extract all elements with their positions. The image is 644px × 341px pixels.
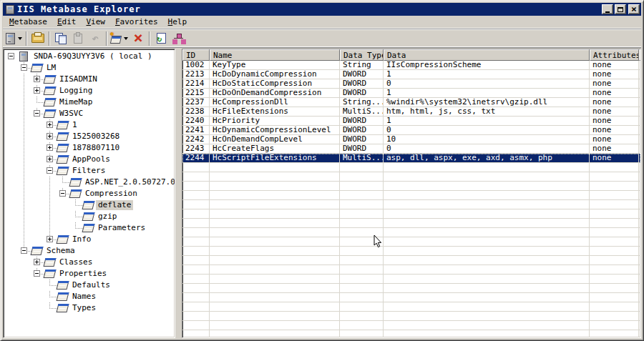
tree-item-label[interactable]: SNDA-69Q3UYY3V6 ( local ): [31, 51, 155, 61]
menu-item-favorites[interactable]: Favorites: [110, 16, 163, 28]
table-row[interactable]: 2215HcDoOnDemandCompressionDWORD1none: [182, 89, 640, 98]
cell: HcDoOnDemandCompression: [210, 89, 340, 98]
view-hierarchy-button[interactable]: [170, 30, 187, 46]
cell: [639, 135, 640, 144]
table-row[interactable]: 2242HcOnDemandCompLevelDWORD10none: [182, 135, 640, 144]
close-button[interactable]: [628, 4, 640, 14]
column-header-filler: [639, 49, 641, 61]
key-icon: [57, 292, 69, 301]
collapse-icon[interactable]: [34, 110, 40, 117]
cell: [590, 302, 639, 312]
menu-item-view[interactable]: View: [81, 16, 110, 28]
expand-icon[interactable]: [47, 122, 53, 128]
table-row[interactable]: 2237HcCompressionDllString...%windir%\sy…: [182, 98, 640, 107]
connect-server-button[interactable]: [4, 30, 24, 46]
empty-row: [182, 265, 640, 275]
table-row[interactable]: 2244HcScriptFileExtensionsMultiS...asp, …: [182, 154, 640, 163]
tree-item-label[interactable]: Parameters: [96, 223, 147, 233]
tree-item-label[interactable]: Properties: [57, 269, 109, 279]
tree-item-label[interactable]: Classes: [57, 257, 94, 267]
tree-item-label[interactable]: ASP.NET_2.0.50727.0: [83, 177, 175, 187]
empty-row: [182, 330, 640, 337]
copy-button[interactable]: [52, 30, 69, 46]
table-row[interactable]: 2214HcDoStaticCompressionDWORD0none: [182, 79, 640, 89]
tree-item-label[interactable]: Names: [70, 292, 98, 302]
tree-item-label[interactable]: IISADMIN: [57, 74, 99, 84]
splitter[interactable]: [175, 49, 182, 338]
collapse-icon[interactable]: [21, 247, 27, 254]
expand-icon[interactable]: [47, 156, 53, 162]
cell: [340, 237, 384, 247]
expand-icon[interactable]: [47, 133, 53, 139]
column-header-attributes[interactable]: Attributes: [590, 49, 639, 61]
minimize-button[interactable]: [602, 4, 613, 14]
tree-item-label[interactable]: Defaults: [70, 280, 112, 290]
table-row[interactable]: 1002KeyTypeStringIIsCompressionSchemenon…: [182, 61, 640, 70]
tree-item-1: 1: [5, 119, 175, 131]
dropdown-arrow-icon[interactable]: [124, 37, 128, 40]
cell: DWORD: [340, 79, 384, 89]
expand-icon[interactable]: [47, 144, 53, 151]
tree-item-label[interactable]: Types: [70, 303, 98, 313]
tree-item-label[interactable]: AppPools: [70, 154, 112, 164]
tree-item-label[interactable]: 1878807110: [70, 143, 122, 153]
key-icon: [44, 98, 57, 107]
menu-item-metabase[interactable]: Metabase: [4, 16, 52, 28]
table-row[interactable]: 2213HcDoDynamicCompressionDWORD1none: [182, 70, 640, 79]
empty-row: [182, 237, 640, 247]
toolbar-separator: [149, 31, 150, 46]
menu-item-help[interactable]: Help: [163, 16, 192, 28]
tree-item-label[interactable]: Compression: [83, 189, 140, 199]
cell: [340, 182, 384, 191]
cell: none: [590, 107, 639, 117]
cell: [182, 237, 210, 247]
tree-item-1525003268: 1525003268: [5, 131, 175, 142]
tree-item-label[interactable]: W3SVC: [57, 109, 85, 119]
print-button[interactable]: [29, 30, 47, 46]
table-row[interactable]: 2240HcPriorityDWORD1none: [182, 117, 640, 126]
collapse-icon[interactable]: [59, 190, 66, 197]
table-row[interactable]: 2241HcDynamicCompressionLevelDWORD0none: [182, 126, 640, 135]
delete-button[interactable]: [130, 30, 147, 46]
cell: [384, 219, 590, 228]
tree-item-label[interactable]: LM: [44, 63, 58, 73]
expand-icon[interactable]: [34, 76, 40, 82]
column-header-name[interactable]: Name: [210, 49, 340, 61]
cell: [639, 98, 640, 107]
table-row[interactable]: 2238HcFileExtensionsMultiS...htm, html, …: [182, 107, 640, 117]
tree-item-label[interactable]: Schema: [44, 246, 77, 256]
tree-item-label[interactable]: Filters: [70, 166, 107, 176]
cell: HcDynamicCompressionLevel: [210, 126, 340, 135]
cell: [590, 200, 639, 209]
tree-item-label[interactable]: Logging: [57, 86, 94, 96]
cell: [340, 321, 384, 330]
dropdown-arrow-icon[interactable]: [18, 37, 22, 40]
empty-row: [182, 219, 640, 228]
column-header-data[interactable]: Data: [384, 49, 590, 61]
tree-item-label[interactable]: 1525003268: [70, 132, 122, 142]
cell: none: [590, 117, 639, 126]
cell: [210, 247, 340, 256]
collapse-icon[interactable]: [21, 64, 27, 71]
cell: [182, 163, 210, 172]
menu-item-edit[interactable]: Edit: [52, 16, 82, 28]
tree-item-label[interactable]: Info: [70, 234, 94, 244]
tree-item-label[interactable]: MimeMap: [57, 97, 94, 107]
tree-item-label[interactable]: gzip: [96, 212, 119, 222]
new-key-button[interactable]: [109, 30, 130, 46]
tree-item-label[interactable]: 1: [70, 120, 79, 130]
collapse-icon[interactable]: [34, 270, 40, 277]
column-header-data-type[interactable]: Data Type: [340, 49, 384, 61]
application-window: IIS Metabase Explorer MetabaseEditViewFa…: [0, 0, 644, 341]
cell: [590, 312, 639, 321]
expand-icon[interactable]: [47, 236, 53, 242]
refresh-button[interactable]: [152, 30, 170, 46]
tree-item-label[interactable]: deflate: [96, 200, 133, 210]
expand-icon[interactable]: [34, 87, 40, 94]
expand-icon[interactable]: [34, 259, 40, 265]
table-row[interactable]: 2243HcCreateFlagsDWORD0none: [182, 144, 640, 154]
column-header-id[interactable]: ID: [182, 49, 210, 61]
collapse-icon[interactable]: [8, 53, 14, 59]
maximize-button[interactable]: [615, 4, 626, 14]
collapse-icon[interactable]: [47, 167, 53, 174]
